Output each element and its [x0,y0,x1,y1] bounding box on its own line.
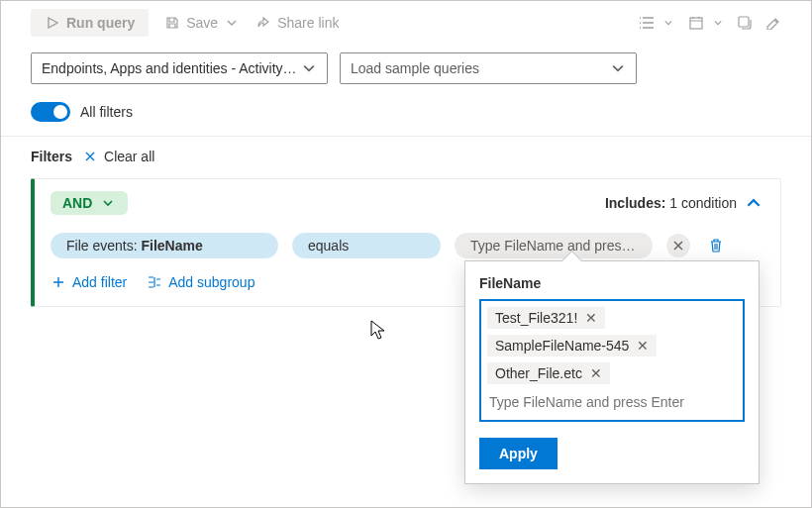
filter-group-header: AND Includes: 1 condition [35,179,780,227]
chevron-down-icon [660,15,676,31]
value-text-input[interactable] [487,390,737,414]
chevron-down-icon [100,195,116,211]
svg-rect-0 [690,18,702,29]
chevron-down-icon [301,60,317,76]
value-input-box[interactable]: Test_File321! ✕ SampleFileName-545 ✕ Oth… [479,299,745,422]
add-subgroup-button[interactable]: Add subgroup [147,274,254,290]
add-filter-button[interactable]: Add filter [51,274,127,290]
svg-rect-1 [739,17,749,27]
toolbar: Run query Save Share link [1,1,811,45]
value-chip: Test_File321! ✕ [487,307,605,329]
list-icon [639,15,655,31]
all-filters-label: All filters [80,104,133,120]
chevron-down-icon [224,15,240,31]
filters-header: Filters Clear all [1,137,811,178]
includes-label: Includes: 1 condition [605,195,737,211]
value-editor-popup: FileName Test_File321! ✕ SampleFileName-… [464,260,760,484]
close-icon [82,149,98,164]
sample-label: Load sample queries [351,60,479,76]
filters-label: Filters [31,149,72,164]
share-link-button[interactable]: Share link [255,15,339,31]
scope-label: Endpoints, Apps and identities - Activit… [42,60,297,76]
calendar-button[interactable] [688,15,726,31]
clear-all-label: Clear all [104,149,154,164]
subgroup-icon [147,274,162,290]
dropdown-row: Endpoints, Apps and identities - Activit… [1,45,811,98]
collapse-button[interactable] [743,192,764,214]
remove-chip-button[interactable]: ✕ [637,338,649,354]
share-label: Share link [277,15,339,31]
play-icon [45,15,60,31]
plus-icon [51,274,66,290]
chevron-down-icon [610,60,626,76]
logic-operator-label: AND [62,195,92,211]
logic-operator-dropdown[interactable]: AND [51,191,128,215]
clear-value-button[interactable] [666,234,690,257]
share-icon [255,15,271,31]
run-query-label: Run query [66,15,135,31]
filter-operator-pill[interactable]: equals [292,233,441,258]
cursor-icon [370,320,386,340]
clear-all-button[interactable]: Clear all [82,149,154,164]
list-view-button[interactable] [639,15,676,31]
filter-value-pill[interactable]: Type FileName and press … [455,233,653,258]
save-button[interactable]: Save [164,15,240,31]
remove-chip-button[interactable]: ✕ [590,365,602,381]
value-chip: SampleFileName-545 ✕ [487,335,657,356]
save-icon [164,15,180,31]
edit-icon[interactable] [765,15,781,31]
remove-chip-button[interactable]: ✕ [585,310,597,326]
toggle-row: All filters [1,98,811,137]
toolbar-right [639,15,781,31]
popup-title: FileName [479,275,745,291]
value-chip: Other_File.etc ✕ [487,362,610,384]
calendar-icon [688,15,704,31]
apply-button[interactable]: Apply [479,438,558,469]
all-filters-toggle[interactable] [31,102,70,122]
chevron-down-icon [710,15,726,31]
filter-field-pill[interactable]: File events: FileName [51,233,278,258]
delete-condition-button[interactable] [704,238,728,254]
refresh-icon[interactable] [738,15,754,31]
scope-dropdown[interactable]: Endpoints, Apps and identities - Activit… [31,52,328,84]
sample-queries-dropdown[interactable]: Load sample queries [340,52,637,84]
run-query-button[interactable]: Run query [31,9,149,37]
add-filter-label: Add filter [72,274,127,290]
save-label: Save [186,15,218,31]
add-subgroup-label: Add subgroup [168,274,254,290]
